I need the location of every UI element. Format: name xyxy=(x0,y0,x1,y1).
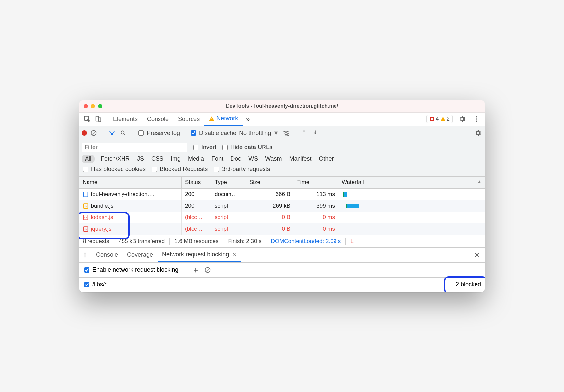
request-type: script xyxy=(211,200,246,212)
third-party-checkbox[interactable]: 3rd-party requests xyxy=(212,166,270,173)
request-name: foul-heavenly-direction.… xyxy=(91,191,155,198)
filter-type-css[interactable]: CSS xyxy=(150,155,165,163)
request-time: 0 ms xyxy=(294,223,338,235)
minimize-window-button[interactable] xyxy=(91,104,95,108)
network-settings-gear-icon[interactable] xyxy=(474,129,482,137)
summary-domcontentloaded: DOMContentLoaded: 2.09 s xyxy=(266,238,346,245)
drawer-tabs: Console Coverage Network request blockin… xyxy=(79,248,485,263)
has-blocked-cookies-checkbox[interactable]: Has blocked cookies xyxy=(82,166,146,173)
drawer-more-icon[interactable] xyxy=(82,252,91,258)
request-name: jquery.js xyxy=(91,226,112,232)
table-row[interactable]: <>jquery.js (bloc… script 0 B 0 ms xyxy=(79,223,485,235)
import-har-icon[interactable] xyxy=(300,129,308,137)
table-row[interactable]: foul-heavenly-direction.… 200 docum… 666… xyxy=(79,188,485,200)
export-har-icon[interactable] xyxy=(311,129,320,137)
add-pattern-icon[interactable]: ＋ xyxy=(192,265,200,275)
drawer-tab-network-request-blocking[interactable]: Network request blocking ✕ xyxy=(158,248,241,262)
preserve-log-checkbox[interactable]: Preserve log xyxy=(137,129,180,137)
svg-line-12 xyxy=(92,131,95,135)
column-header-waterfall[interactable]: Waterfall xyxy=(338,177,485,189)
request-size: 0 B xyxy=(246,212,294,223)
svg-point-9 xyxy=(476,118,477,120)
request-status: (bloc… xyxy=(182,212,211,223)
svg-point-13 xyxy=(121,131,124,134)
filter-type-fetch-xhr[interactable]: Fetch/XHR xyxy=(99,155,131,163)
drawer-tab-console[interactable]: Console xyxy=(91,248,123,262)
blocked-requests-checkbox[interactable]: Blocked Requests xyxy=(150,166,208,173)
maximize-window-button[interactable] xyxy=(98,104,102,108)
svg-line-33 xyxy=(206,268,209,272)
svg-rect-3 xyxy=(211,118,212,119)
tab-elements[interactable]: Elements xyxy=(108,113,142,126)
filter-type-wasm[interactable]: Wasm xyxy=(264,155,283,163)
svg-point-16 xyxy=(287,134,289,136)
svg-point-10 xyxy=(476,121,477,122)
column-header-name[interactable]: Name xyxy=(79,177,182,189)
filter-type-media[interactable]: Media xyxy=(187,155,205,163)
request-size: 269 kB xyxy=(246,200,294,212)
pattern-checkbox[interactable]: /libs/* xyxy=(83,281,107,288)
filter-type-all[interactable]: All xyxy=(82,155,95,163)
network-conditions-icon[interactable] xyxy=(282,129,290,137)
tab-sources[interactable]: Sources xyxy=(173,113,204,126)
request-type: script xyxy=(211,223,246,235)
tab-console[interactable]: Console xyxy=(142,113,173,126)
svg-point-31 xyxy=(84,256,85,257)
more-options-icon[interactable] xyxy=(471,114,482,124)
filter-type-other[interactable]: Other xyxy=(318,155,335,163)
tab-network[interactable]: Network xyxy=(204,113,243,126)
svg-text:<>: <> xyxy=(84,228,87,230)
column-header-size[interactable]: Size xyxy=(246,177,294,189)
blocking-pattern-row[interactable]: /libs/* 2 blocked xyxy=(79,278,485,292)
column-header-type[interactable]: Type xyxy=(211,177,246,189)
filter-bar: Invert Hide data URLs All Fetch/XHR JS C… xyxy=(79,140,485,177)
search-icon[interactable] xyxy=(119,129,127,137)
filter-type-font[interactable]: Font xyxy=(210,155,225,163)
drawer-tab-coverage[interactable]: Coverage xyxy=(123,248,158,262)
filter-type-manifest[interactable]: Manifest xyxy=(288,155,313,163)
request-status: 200 xyxy=(182,188,211,200)
network-toolbar: Preserve log Disable cache No throttling… xyxy=(79,126,485,140)
filter-toggle-icon[interactable] xyxy=(108,129,116,137)
filter-type-doc[interactable]: Doc xyxy=(229,155,242,163)
resource-type-filter: All Fetch/XHR JS CSS Img Media Font Doc … xyxy=(82,155,482,163)
filter-type-js[interactable]: JS xyxy=(136,155,145,163)
svg-line-14 xyxy=(124,134,125,135)
divider xyxy=(106,115,106,123)
request-size: 0 B xyxy=(246,223,294,235)
svg-text:<>: <> xyxy=(84,216,87,218)
pattern-text: /libs/* xyxy=(92,281,107,288)
device-toolbar-icon[interactable] xyxy=(93,114,104,124)
filter-input[interactable] xyxy=(82,143,187,152)
filter-type-ws[interactable]: WS xyxy=(247,155,259,163)
request-size: 666 B xyxy=(246,188,294,200)
drawer-close-icon[interactable]: ✕ xyxy=(472,251,482,259)
throttling-select[interactable]: No throttling ▼ xyxy=(239,130,279,137)
clear-button[interactable] xyxy=(89,129,98,137)
enable-blocking-checkbox[interactable]: Enable network request blocking xyxy=(83,266,178,274)
svg-point-15 xyxy=(286,134,287,135)
invert-checkbox[interactable]: Invert xyxy=(192,144,216,151)
warning-icon xyxy=(441,116,446,122)
network-summary-bar: 8 requests 455 kB transferred 1.6 MB res… xyxy=(79,235,485,247)
remove-all-patterns-icon[interactable] xyxy=(204,267,211,273)
settings-gear-icon[interactable] xyxy=(457,114,468,124)
close-tab-icon[interactable]: ✕ xyxy=(232,251,236,258)
svg-point-30 xyxy=(84,254,85,255)
disable-cache-checkbox[interactable]: Disable cache xyxy=(190,129,236,137)
column-header-time[interactable]: Time xyxy=(294,177,338,189)
svg-rect-17 xyxy=(302,135,306,135)
more-tabs-button[interactable]: » xyxy=(243,115,253,123)
hide-data-urls-checkbox[interactable]: Hide data URLs xyxy=(221,144,272,151)
svg-rect-6 xyxy=(443,118,443,120)
table-row[interactable]: <>lodash.js (bloc… script 0 B 0 ms xyxy=(79,212,485,223)
record-button[interactable] xyxy=(82,130,87,136)
filter-type-img[interactable]: Img xyxy=(169,155,182,163)
table-row[interactable]: <>bundle.js 200 script 269 kB 399 ms xyxy=(79,200,485,212)
issues-badge[interactable]: 4 2 xyxy=(426,115,453,123)
close-window-button[interactable] xyxy=(84,104,88,108)
request-status: (bloc… xyxy=(182,223,211,235)
request-type: script xyxy=(211,212,246,223)
column-header-status[interactable]: Status xyxy=(182,177,211,189)
inspect-element-icon[interactable] xyxy=(82,114,93,124)
